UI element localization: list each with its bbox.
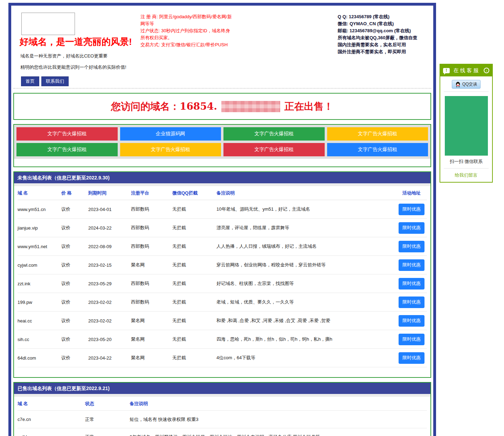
ad-slot-button[interactable]: 文字广告火爆招租 xyxy=(16,143,118,156)
action-cell: 限时优惠 xyxy=(396,278,427,289)
unsold-column-header: 到期时间 xyxy=(88,190,131,196)
block-status-cell: 无拦截 xyxy=(172,225,216,231)
price-cell: 议价 xyxy=(61,225,88,231)
wechat-qr-code xyxy=(445,96,488,156)
price-cell: 议价 xyxy=(61,262,88,268)
domain-cell: 64dl.com xyxy=(18,355,61,361)
ad-banner-section: 文字广告火爆招租企业猫源码网文字广告火爆招租文字广告火爆招租文字广告火爆招租文字… xyxy=(13,124,431,167)
table-row: c7e.cn正常短位，域名有 快速收录权限 权重3 xyxy=(18,411,427,428)
table-row: zzt.ink议价2023-05-29西部数码无拦截好记域名、柱状图，左宗棠，找… xyxy=(18,274,427,293)
note-cell: 人人热播，人人日报，绒瑞绒布，好记，主流域名 xyxy=(216,243,396,250)
ad-slot-button[interactable]: 企业猫源码网 xyxy=(120,127,221,141)
block-status-cell: 无拦截 xyxy=(172,280,216,287)
limited-offer-button[interactable]: 限时优惠 xyxy=(399,278,424,289)
qq-chat-button[interactable]: QQ交谈 xyxy=(452,80,481,89)
unsold-domains-section: 未售出域名列表（信息已更新至2022.9.30) 域 名价 格到期时间注册平台微… xyxy=(13,171,431,378)
unsold-table-header: 域 名价 格到期时间注册平台微信QQ拦截备注说明活动地址 xyxy=(18,186,427,200)
block-status-cell: 无拦截 xyxy=(172,318,216,324)
platform-cell: 西部数码 xyxy=(131,280,172,287)
note-cell: 四海，思哈，死h，斯h，丝h，似h，司h，饲h，私h，撕h xyxy=(216,336,396,342)
domain-cell: scjfd.com xyxy=(18,434,85,436)
expire-cell: 2023-04-22 xyxy=(88,355,131,361)
customer-service-title: 在线客服 xyxy=(450,67,484,74)
expire-cell: 2023-05-20 xyxy=(88,337,131,342)
domain-cell: 199.pw xyxy=(18,300,61,305)
action-cell: 限时优惠 xyxy=(396,315,427,327)
ad-section-padding xyxy=(14,159,430,166)
ad-slot-button[interactable]: 文字广告火爆招租 xyxy=(327,143,428,156)
action-cell: 限时优惠 xyxy=(396,204,427,215)
note-cell: 4位com，64下载等 xyxy=(216,355,396,361)
limited-offer-button[interactable]: 限时优惠 xyxy=(399,259,424,271)
main-nav: 首页 联系我们 xyxy=(21,76,69,86)
action-cell: 限时优惠 xyxy=(396,297,427,308)
status-cell: 正常 xyxy=(85,434,130,436)
nav-home-button[interactable]: 首页 xyxy=(21,76,39,86)
price-cell: 议价 xyxy=(61,318,88,324)
nav-contact-button[interactable]: 联系我们 xyxy=(41,76,69,86)
sold-column-header: 域 名 xyxy=(18,401,85,407)
ad-slot-button[interactable]: 文字广告火爆招租 xyxy=(16,127,118,141)
customer-service-panel: ! 在线客服 › QQ交谈 扫一扫 微信联系 给我们留言 xyxy=(440,64,493,183)
block-status-cell: 无拦截 xyxy=(172,206,216,212)
domain-cell: www.ym51.cn xyxy=(18,207,61,212)
contact-info: Q Q: 123456789 (常在线) 微信: QYMAO_CN (常在线) … xyxy=(338,13,429,55)
platform-cell: 聚名网 xyxy=(131,355,172,361)
qq-penguin-icon xyxy=(455,82,461,87)
limited-offer-button[interactable]: 限时优惠 xyxy=(399,241,424,252)
ad-slot-button[interactable]: 文字广告火爆招租 xyxy=(327,127,428,141)
expire-cell: 2022-08-09 xyxy=(88,244,131,249)
table-gap xyxy=(14,183,430,186)
registrar-info: 注 册 商: 阿里云/godaddy/西部数码/爱名网/新网等等 过户状态: 3… xyxy=(140,13,234,48)
collapse-arrow-icon[interactable]: › xyxy=(484,68,489,73)
ad-grid: 文字广告火爆招租企业猫源码网文字广告火爆招租文字广告火爆招租文字广告火爆招租文字… xyxy=(14,125,430,159)
ad-slot-button[interactable]: 文字广告火爆招租 xyxy=(223,143,325,156)
domain-cell: sih.cc xyxy=(18,337,61,342)
expire-cell: 2023-02-02 xyxy=(88,300,131,305)
leave-message-link[interactable]: 给我们留言 xyxy=(455,172,478,178)
expire-cell: 2023-04-01 xyxy=(88,207,131,212)
limited-offer-button[interactable]: 限时优惠 xyxy=(399,204,424,215)
domain-cell: www.ym51.net xyxy=(18,244,61,249)
limited-offer-button[interactable]: 限时优惠 xyxy=(399,315,424,327)
limited-offer-button[interactable]: 限时优惠 xyxy=(399,297,424,308)
sold-table-header: 域 名状态备注说明 xyxy=(18,397,427,411)
unsold-table: 域 名价 格到期时间注册平台微信QQ拦截备注说明活动地址 www.ym51.cn… xyxy=(14,186,430,367)
expire-cell: 2023-02-15 xyxy=(88,263,131,268)
status-cell: 正常 xyxy=(85,416,130,423)
domain-for-sale-banner: 您访问的域名：16854.正在出售！ xyxy=(13,93,431,120)
domain-cell: zzt.ink xyxy=(18,281,61,286)
limited-offer-button[interactable]: 限时优惠 xyxy=(399,352,424,364)
contact-wechat: 微信: QYMAO_CN (常在线) xyxy=(338,20,429,27)
subtitle-line-2: 精明的您也许比我更能意识到一个好域名的实际价值! xyxy=(20,64,126,70)
sold-section-title: 已售出域名列表（信息已更新至2022.9.21) xyxy=(14,383,430,394)
transfer-line: 过户状态: 30秒内过户到你指定ID，域名终身所有权归买家。 xyxy=(140,27,234,41)
unsold-column-header: 价 格 xyxy=(61,190,88,196)
price-cell: 议价 xyxy=(61,299,88,305)
action-cell: 限时优惠 xyxy=(396,352,427,364)
domain-cell: heai.cc xyxy=(18,318,61,323)
block-status-cell: 无拦截 xyxy=(172,336,216,342)
unsold-column-header: 活动地址 xyxy=(396,190,427,196)
banner-prefix: 您访问的域名：16854. xyxy=(111,100,217,113)
limited-offer-button[interactable]: 限时优惠 xyxy=(399,334,424,345)
logo-placeholder xyxy=(21,13,75,35)
limited-offer-button[interactable]: 限时优惠 xyxy=(399,222,424,234)
price-cell: 议价 xyxy=(61,206,88,212)
expire-cell: 2023-05-29 xyxy=(88,281,131,286)
page-header: 好域名，是一道亮丽的风景! 域名是一种无形资产，好域名比CEO更重要 精明的您也… xyxy=(13,6,431,89)
ad-slot-button[interactable]: 文字广告火爆招租 xyxy=(120,143,221,156)
contact-note-1: 所有域名均未被QQ,360屏蔽，微信自查 xyxy=(338,34,429,41)
domain-cell: cyjwl.com xyxy=(18,263,61,268)
block-status-cell: 无拦截 xyxy=(172,299,216,305)
message-row: 给我们留言 xyxy=(444,168,489,182)
action-cell: 限时优惠 xyxy=(396,222,427,234)
ad-slot-button[interactable]: 文字广告火爆招租 xyxy=(223,127,325,141)
expire-cell: 2023-02-02 xyxy=(88,318,131,323)
table-row: cyjwl.com议价2023-02-15聚名网无拦截穿云箭网络，创业街网络，程… xyxy=(18,256,427,274)
unsold-column-header: 注册平台 xyxy=(131,190,172,196)
price-cell: 议价 xyxy=(61,243,88,250)
contact-note-3: 国外注册商不需要实名，即买即用 xyxy=(338,48,429,55)
unsold-column-header: 域 名 xyxy=(18,190,61,196)
unsold-column-header: 备注说明 xyxy=(216,190,396,196)
